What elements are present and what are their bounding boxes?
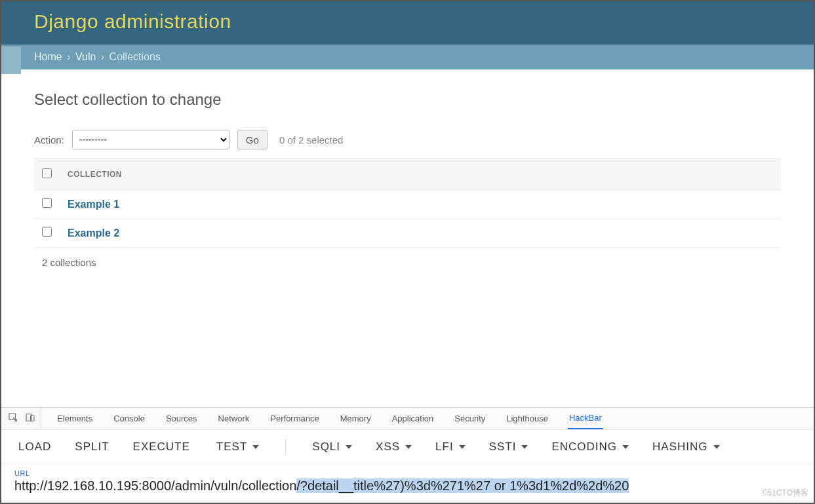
page-title: Select collection to change [34, 90, 781, 109]
devtools-tab-network[interactable]: Network [217, 408, 251, 429]
devtools-tab-sources[interactable]: Sources [165, 408, 199, 429]
hackbar-toolbar: LOADSPLITEXECUTE TEST SQLIXSSLFISSTIENCO… [1, 430, 814, 464]
object-count: 2 collections [34, 248, 781, 277]
select-all-cell [34, 159, 60, 190]
row-checkbox[interactable] [42, 227, 52, 237]
site-title: Django administration [34, 10, 781, 33]
device-toolbar-icon[interactable] [25, 412, 35, 425]
django-header: Django administration [1, 1, 814, 45]
selection-count: 0 of 2 selected [279, 134, 344, 145]
hackbar-execute-button[interactable]: EXECUTE [133, 440, 190, 454]
hackbar-lfi-button[interactable]: LFI [435, 440, 466, 454]
devtools-tab-lighthouse[interactable]: Lighthouse [505, 408, 549, 429]
devtools-tab-security[interactable]: Security [453, 408, 487, 429]
url-label: URL [14, 469, 801, 477]
toolbar-separator [285, 438, 286, 456]
devtools-panel: ElementsConsoleSourcesNetworkPerformance… [1, 407, 814, 503]
chevron-down-icon [459, 445, 466, 449]
row-link[interactable]: Example 2 [68, 227, 119, 239]
watermark: ©51CTO博客 [762, 488, 808, 499]
chevron-down-icon [405, 445, 412, 449]
sidebar-toggle-placeholder [1, 47, 21, 74]
hackbar-xss-button[interactable]: XSS [376, 440, 412, 454]
hackbar-hashing-button[interactable]: HASHING [652, 440, 719, 454]
devtools-tab-elements[interactable]: Elements [56, 408, 94, 429]
breadcrumb-current: Collections [109, 51, 161, 62]
hackbar-url-block: URL http://192.168.10.195:8000/admin/vul… [1, 464, 814, 503]
chevron-down-icon [346, 445, 352, 449]
chevron-down-icon [622, 445, 629, 449]
devtools-tab-console[interactable]: Console [112, 408, 146, 429]
breadcrumb-app[interactable]: Vuln [75, 51, 96, 62]
devtools-tab-performance[interactable]: Performance [269, 408, 320, 429]
breadcrumb-sep: › [67, 51, 70, 62]
url-highlighted-part: /?detail__title%27)%3d%271%27 or 1%3d1%2… [296, 478, 629, 493]
content-area: Select collection to change Action: ----… [1, 69, 814, 407]
table-row: Example 1 [34, 190, 781, 219]
breadcrumb-home[interactable]: Home [34, 51, 62, 62]
actions-bar: Action: --------- Go 0 of 2 selected [34, 130, 781, 149]
table-row: Example 2 [34, 219, 781, 248]
row-checkbox[interactable] [42, 198, 52, 208]
devtools-tabstrip: ElementsConsoleSourcesNetworkPerformance… [1, 408, 814, 430]
hackbar-split-button[interactable]: SPLIT [75, 440, 109, 454]
go-button[interactable]: Go [237, 130, 268, 149]
hackbar-sqli-button[interactable]: SQLI [312, 440, 352, 454]
devtools-tab-memory[interactable]: Memory [339, 408, 372, 429]
url-plain-part: http://192.168.10.195:8000/admin/vuln/co… [14, 478, 296, 493]
url-input[interactable]: http://192.168.10.195:8000/admin/vuln/co… [14, 478, 801, 494]
breadcrumb: Home › Vuln › Collections [1, 45, 814, 69]
chevron-down-icon [713, 445, 720, 449]
hackbar-ssti-button[interactable]: SSTI [489, 440, 528, 454]
chevron-down-icon [521, 445, 528, 449]
inspect-icon[interactable] [8, 412, 18, 425]
hackbar-load-button[interactable]: LOAD [18, 440, 51, 454]
devtools-tab-hackbar[interactable]: HackBar [568, 408, 603, 429]
breadcrumb-sep: › [101, 51, 104, 62]
row-link[interactable]: Example 1 [68, 199, 119, 210]
hackbar-test-button[interactable]: TEST [216, 440, 259, 454]
column-header-collection[interactable]: COLLECTION [60, 159, 781, 190]
chevron-down-icon [252, 445, 259, 449]
select-all-checkbox[interactable] [42, 168, 52, 178]
action-select[interactable]: --------- [72, 130, 229, 149]
changelist-table: COLLECTION Example 1Example 2 [34, 159, 781, 248]
action-label: Action: [34, 134, 64, 145]
devtools-tab-application[interactable]: Application [391, 408, 435, 429]
hackbar-encoding-button[interactable]: ENCODING [551, 440, 629, 454]
